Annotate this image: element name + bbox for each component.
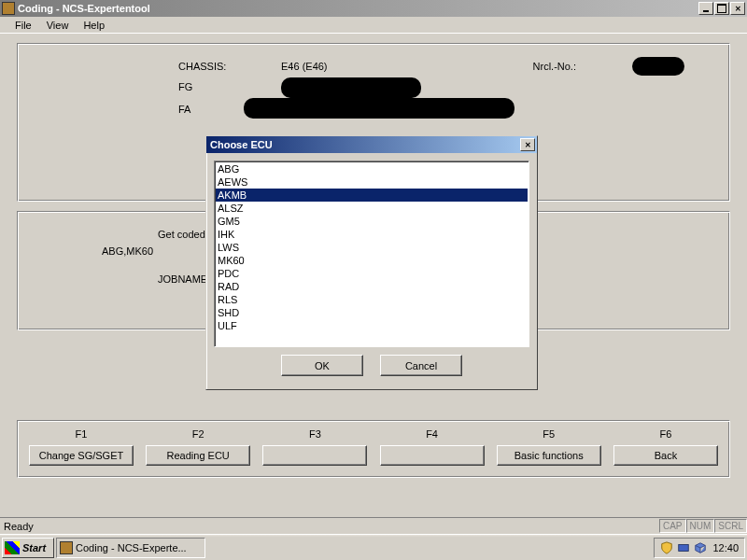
jobname-label: JOBNAME [158,273,207,285]
nrcl-label: Nrcl.-No.: [533,61,576,76]
maximize-button[interactable] [714,2,729,15]
f1-label: F1 [29,428,134,440]
device-icon[interactable] [677,541,690,554]
reading-ecu-button[interactable]: Reading ECU [146,445,250,466]
ecu-list-item[interactable]: LWS [216,241,528,254]
f6-label: F6 [613,428,718,440]
ecu-list-item[interactable]: MK60 [216,254,528,267]
f4-label: F4 [380,428,485,440]
dialog-title-bar: Choose ECU [206,136,537,153]
window-title: Coding - NCS-Expertentool [18,3,698,14]
ecu-list-item[interactable]: ULF [216,319,528,332]
system-tray: 12:40 [654,538,745,558]
title-bar: Coding - NCS-Expertentool [0,0,747,17]
status-bar: Ready CAP NUM SCRL [0,517,747,534]
menu-bar: File View Help [0,17,747,34]
dialog-title: Choose ECU [210,139,520,150]
shield-icon[interactable] [660,541,673,554]
ecu-list-item[interactable]: SHD [216,306,528,319]
ecu-list-item[interactable]: AEWS [216,175,528,189]
status-cap: CAP [659,519,686,533]
close-button[interactable] [730,2,745,15]
get-coded-label: Get coded: [158,229,208,240]
fg-label: FG [178,81,281,98]
ecu-listbox[interactable]: ABGAEWSAKMBALSZGM5IHKLWSMK60PDCRADRLSSHD… [214,161,529,347]
windows-logo-icon [5,541,20,554]
minimize-button[interactable] [698,2,713,15]
ecu-list-item[interactable]: PDC [216,267,528,280]
taskbar: Start Coding - NCS-Experte... 12:40 [0,534,747,560]
menu-help[interactable]: Help [76,19,112,32]
fa-value-redacted [244,98,514,119]
ecu-list-item[interactable]: GM5 [216,215,528,228]
coded-modules-list: ABG,MK60 [102,245,153,257]
menu-view[interactable]: View [39,19,77,32]
f3-label: F3 [262,428,367,440]
back-button[interactable]: Back [613,445,718,466]
taskbar-app-title: Coding - NCS-Experte... [76,542,187,553]
nrcl-value-redacted [632,57,684,76]
start-button[interactable]: Start [2,538,54,558]
taskbar-app-button[interactable]: Coding - NCS-Experte... [56,538,205,558]
change-sg-sget-button[interactable]: Change SG/SGET [29,445,134,466]
f3-button[interactable] [262,445,367,466]
function-key-row: F1 Change SG/SGET F2 Reading ECU F3 F4 F… [17,420,730,478]
choose-ecu-dialog: Choose ECU ABGAEWSAKMBALSZGM5IHKLWSMK60P… [205,135,538,390]
start-label: Start [22,542,46,553]
ecu-list-item[interactable]: AKMB [216,189,528,202]
f5-label: F5 [497,428,601,440]
clock[interactable]: 12:40 [712,542,739,553]
chassis-label: CHASSIS: [178,61,281,76]
status-scrl: SCRL [714,519,747,533]
f4-button[interactable] [380,445,485,466]
ecu-list-item[interactable]: RLS [216,293,528,306]
svg-rect-0 [679,544,689,551]
dialog-close-button[interactable] [520,138,535,151]
cancel-button[interactable]: Cancel [380,355,462,376]
basic-functions-button[interactable]: Basic functions [497,445,601,466]
ecu-list-item[interactable]: IHK [216,228,528,241]
ecu-list-item[interactable]: ABG [216,162,528,175]
chassis-value: E46 (E46) [281,61,328,76]
ecu-list-item[interactable]: ALSZ [216,202,528,215]
status-num: NUM [686,519,715,533]
fg-value-redacted [281,77,421,98]
status-ready: Ready [4,521,34,532]
app-icon [2,2,15,15]
menu-file[interactable]: File [7,19,39,32]
app-icon [60,541,73,554]
ok-button[interactable]: OK [281,355,363,376]
f2-label: F2 [146,428,250,440]
cube-icon[interactable] [694,541,707,554]
ecu-list-item[interactable]: RAD [216,280,528,293]
